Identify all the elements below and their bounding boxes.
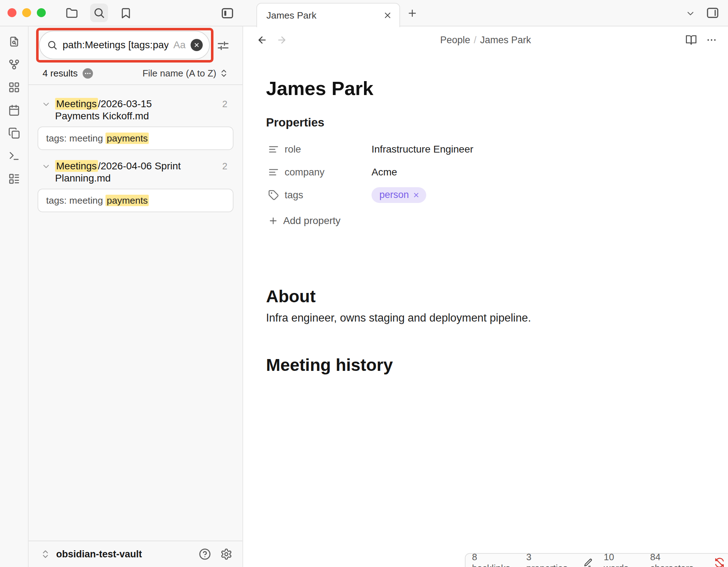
close-tab-icon[interactable] [383, 11, 392, 20]
snippet-text: tags: meeting [46, 133, 105, 144]
about-heading: About [266, 287, 316, 306]
more-options-icon[interactable] [706, 34, 717, 46]
copy-files-icon[interactable] [8, 127, 20, 139]
property-name[interactable]: company [285, 166, 372, 178]
result-file-path: Meetings/2026-04-06 Sprint Planning.md [55, 160, 198, 184]
layout-list-icon[interactable] [8, 173, 20, 185]
chevrons-up-down-icon [219, 69, 228, 78]
tab-title: James Park [266, 10, 383, 21]
remove-tag-icon[interactable] [413, 192, 420, 199]
bookmark-icon[interactable] [120, 7, 132, 19]
calendar-icon[interactable] [8, 104, 20, 116]
path-highlight: Meetings [55, 98, 98, 110]
folder-icon[interactable] [66, 7, 78, 19]
properties-heading: Properties [266, 116, 324, 129]
tab-james-park[interactable]: James Park [256, 3, 400, 27]
sync-error-icon[interactable] [714, 557, 724, 567]
search-result-file[interactable]: Meetings/2026-04-06 Sprint Planning.md 2 [29, 160, 242, 184]
close-icon [193, 42, 200, 48]
file-search-icon[interactable] [8, 36, 20, 48]
results-meta-row: 4 results File name (A to Z) [29, 62, 242, 85]
property-row-tags: tags person [268, 184, 590, 207]
chevron-down-icon[interactable] [685, 9, 695, 19]
reading-mode-icon[interactable] [685, 34, 697, 46]
search-match-snippet[interactable]: tags: meeting payments [38, 189, 233, 212]
search-settings-icon[interactable] [217, 39, 230, 52]
property-row-company: company Acme [268, 161, 590, 184]
obsidian-window: Aa 4 results File name (A to Z) Meetings… [0, 0, 728, 567]
about-paragraph: Infra engineer, owns staging and deploym… [266, 312, 531, 324]
note-title: James Park [266, 77, 373, 99]
plus-icon [268, 216, 278, 226]
add-property-label: Add property [283, 215, 340, 227]
word-count: 10 words [604, 552, 639, 567]
snippet-text: tags: meeting [46, 195, 105, 206]
property-name[interactable]: role [285, 144, 372, 155]
text-property-icon [268, 167, 279, 178]
breadcrumb-separator: / [470, 35, 480, 45]
terminal-icon[interactable] [8, 150, 20, 162]
results-count: 4 results [43, 68, 78, 79]
chevron-down-icon[interactable] [41, 100, 51, 109]
window-titlebar-left [0, 0, 243, 26]
sort-order-button[interactable]: File name (A to Z) [142, 68, 228, 79]
backlinks-count[interactable]: 8 backlinks [472, 552, 516, 567]
match-count-badge: 2 [222, 98, 227, 110]
minimize-window-button[interactable] [22, 8, 31, 17]
chevron-down-icon[interactable] [41, 162, 51, 171]
layout-grid-icon[interactable] [8, 81, 20, 93]
path-highlight: Meetings [55, 160, 98, 172]
sort-order-label: File name (A to Z) [142, 68, 216, 79]
chevrons-up-down-icon [40, 549, 50, 559]
search-match-snippet[interactable]: tags: meeting payments [38, 126, 233, 150]
new-tab-icon[interactable] [407, 8, 418, 19]
edit-mode-icon[interactable] [584, 558, 593, 567]
search-result-file[interactable]: Meetings/2026-03-15 Payments Kickoff.md … [29, 98, 242, 122]
search-input[interactable] [63, 39, 168, 51]
left-sidebar-toggle-icon[interactable] [221, 6, 234, 20]
search-icon [93, 7, 105, 19]
status-bar: 8 backlinks 3 properties 10 words 84 cha… [465, 553, 728, 567]
snippet-highlight: payments [105, 133, 149, 144]
tag-pill[interactable]: person [372, 187, 426, 203]
add-property-button[interactable]: Add property [268, 214, 340, 228]
snippet-highlight: payments [105, 195, 149, 206]
property-name[interactable]: tags [285, 189, 372, 201]
meeting-history-heading: Meeting history [266, 355, 393, 375]
match-case-toggle[interactable]: Aa [173, 39, 186, 51]
tag-pill-label: person [379, 189, 409, 200]
character-count: 84 characters [650, 552, 703, 567]
graph-view-icon[interactable] [8, 59, 20, 70]
right-sidebar-toggle-icon[interactable] [706, 6, 719, 20]
breadcrumb-current[interactable]: James Park [480, 35, 531, 45]
vault-name: obsidian-test-vault [56, 549, 142, 560]
results-more-icon[interactable] [83, 68, 93, 79]
properties-table: role Infrastructure Engineer company Acm… [268, 138, 590, 207]
search-results-list: Meetings/2026-03-15 Payments Kickoff.md … [29, 85, 242, 212]
vault-actions [199, 548, 232, 560]
zoom-window-button[interactable] [37, 8, 46, 17]
search-tab-button[interactable] [90, 4, 108, 22]
tag-icon [268, 190, 279, 200]
property-value[interactable]: Infrastructure Engineer [372, 144, 473, 155]
text-property-icon [268, 144, 279, 155]
gear-icon[interactable] [220, 548, 232, 560]
search-panel: Aa 4 results File name (A to Z) Meetings… [29, 26, 243, 567]
property-value[interactable]: Acme [372, 166, 397, 178]
view-header: People/James Park [243, 27, 728, 53]
vault-switcher[interactable]: obsidian-test-vault [29, 541, 242, 567]
close-window-button[interactable] [8, 8, 16, 17]
breadcrumb-parent[interactable]: People [440, 35, 470, 45]
match-count-badge: 2 [222, 160, 227, 172]
property-row-role: role Infrastructure Engineer [268, 138, 590, 161]
search-input-box[interactable]: Aa [39, 31, 210, 59]
clear-search-button[interactable] [191, 39, 203, 51]
breadcrumb: People/James Park [243, 27, 728, 53]
traffic-lights [8, 8, 46, 17]
help-icon[interactable] [199, 548, 211, 560]
search-icon [47, 40, 58, 50]
properties-count: 3 properties [526, 552, 573, 567]
tab-bar: James Park [243, 0, 728, 26]
ribbon [0, 26, 29, 567]
result-file-path: Meetings/2026-03-15 Payments Kickoff.md [55, 98, 198, 122]
